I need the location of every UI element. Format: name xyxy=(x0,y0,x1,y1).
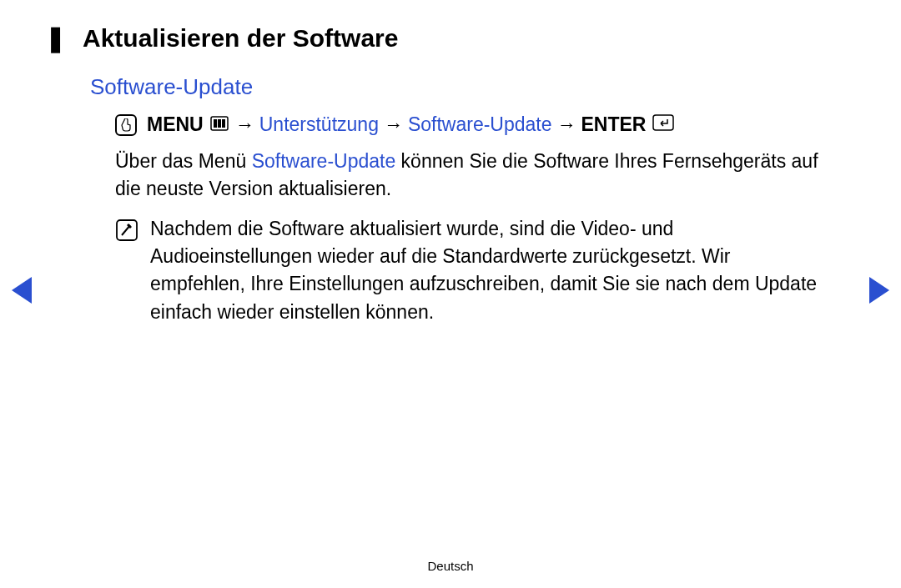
arrow-1: → xyxy=(235,113,254,136)
subtitle: Software-Update xyxy=(90,74,859,100)
arrow-3: → xyxy=(557,113,576,136)
menu-path: MENU → Unterstützung → Software-Update →… xyxy=(115,113,859,136)
manual-page: ❚ Aktualisieren der Software Software-Up… xyxy=(0,0,901,588)
body-paragraph: Über das Menü Software-Update können Sie… xyxy=(115,148,826,204)
note-row: Nachdem die Software aktualisiert wurde,… xyxy=(115,215,826,326)
next-page-button[interactable] xyxy=(869,277,889,304)
svg-rect-4 xyxy=(653,115,673,130)
path-step-1: Unterstützung xyxy=(259,113,379,136)
enter-icon xyxy=(652,113,674,136)
menu-label: MENU xyxy=(147,113,204,136)
title-row: ❚ Aktualisieren der Software xyxy=(45,23,859,53)
touch-icon xyxy=(115,114,137,136)
note-icon xyxy=(115,219,138,245)
svg-rect-3 xyxy=(222,119,225,128)
enter-label: ENTER xyxy=(581,113,647,136)
note-text: Nachdem die Software aktualisiert wurde,… xyxy=(150,215,826,326)
arrow-2: → xyxy=(384,113,403,136)
prev-page-button[interactable] xyxy=(12,277,32,304)
menu-icon xyxy=(210,113,229,136)
body-pre: Über das Menü xyxy=(115,150,252,172)
body-highlight: Software-Update xyxy=(252,150,396,172)
svg-rect-2 xyxy=(218,119,221,128)
path-step-2: Software-Update xyxy=(408,113,552,136)
svg-rect-1 xyxy=(214,119,217,128)
page-title: Aktualisieren der Software xyxy=(83,24,398,53)
footer-language: Deutsch xyxy=(0,559,901,573)
section-bullet: ❚ xyxy=(45,23,66,53)
